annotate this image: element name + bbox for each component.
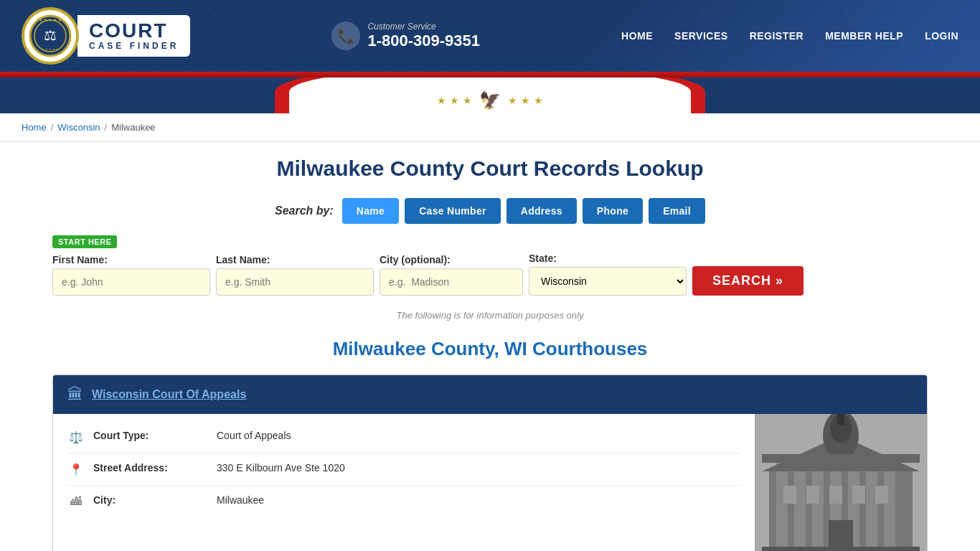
first-name-group: First Name: [52,254,210,296]
first-name-input[interactable] [52,268,210,296]
tab-phone[interactable]: Phone [583,198,643,224]
search-form: First Name: Last Name: City (optional): … [52,253,928,296]
location-icon: 📍 [67,463,85,476]
courthouse-header-0: 🏛 Wisconsin Court Of Appeals [53,375,927,414]
header-bottom-arc: ★ ★ ★ 🦅 ★ ★ ★ [0,77,980,113]
courthouse-card-0: 🏛 Wisconsin Court Of Appeals ⚖️ Court Ty… [52,375,928,551]
svg-rect-21 [806,486,819,504]
red-banner [0,72,980,77]
info-row-city: 🏙 City: Milwaukee [67,486,740,517]
courthouse-building-svg [755,414,927,551]
info-text: The following is for information purpose… [52,310,928,321]
page-title: Milwaukee County Court Records Lookup [52,156,928,181]
state-group: State: Wisconsin Alabama Alaska Arizona … [529,253,687,296]
star-right: ★ ★ ★ [508,95,543,106]
nav-home[interactable]: HOME [621,30,653,42]
svg-text:★ ★ ★ ★ ★: ★ ★ ★ ★ ★ [42,47,59,51]
city-field-label: City: [93,494,208,506]
courthouse-title-0[interactable]: Wisconsin Court Of Appeals [92,388,246,401]
city-field-value: Milwaukee [217,494,264,506]
court-type-value: Court of Appeals [217,430,291,441]
tab-name[interactable]: Name [342,198,399,224]
last-name-label: Last Name: [216,254,374,265]
court-type-label: Court Type: [93,430,208,441]
breadcrumb-sep-2: / [105,122,108,133]
svg-rect-24 [875,486,888,504]
tab-case-number[interactable]: Case Number [405,198,501,224]
svg-rect-25 [829,520,853,550]
phone-icon: 📞 [331,22,360,50]
breadcrumb-current: Milwaukee [111,122,155,133]
tab-email[interactable]: Email [649,198,705,224]
courthouse-body-0: ⚖️ Court Type: Court of Appeals 📍 Street… [53,414,927,551]
svg-rect-17 [837,414,844,425]
logo-badge: ★ ★ ★ ★ ★ ⚖ ★ ★ ★ ★ ★ [22,7,79,65]
info-row-court-type: ⚖️ Court Type: Court of Appeals [67,421,740,453]
svg-rect-20 [783,486,796,504]
svg-rect-26 [762,454,920,463]
logo-area: ★ ★ ★ ★ ★ ⚖ ★ ★ ★ ★ ★ COURT CASE FINDER [22,7,190,65]
breadcrumb-wisconsin[interactable]: Wisconsin [57,122,100,133]
search-button[interactable]: SEARCH » [692,266,804,296]
state-label: State: [529,253,687,264]
street-address-value: 330 E Kilbourn Ave Ste 1020 [217,462,345,474]
star-1: ★ [437,95,446,106]
phone-number: 1-800-309-9351 [367,32,480,50]
svg-text:★ ★ ★ ★ ★: ★ ★ ★ ★ ★ [39,18,62,22]
city-icon: 🏙 [67,495,85,508]
courthouses-title: Milwaukee County, WI Courthouses [52,338,928,360]
city-group: City (optional): [380,254,523,296]
nav-login[interactable]: LOGIN [925,30,958,42]
scales-icon: ⚖️ [67,430,85,444]
eagle-area: ★ ★ ★ 🦅 ★ ★ ★ [437,90,543,110]
breadcrumb-home[interactable]: Home [22,122,47,133]
state-select[interactable]: Wisconsin Alabama Alaska Arizona Arkansa… [529,267,687,296]
star-left: ★ ★ ★ [437,95,472,106]
city-label: City (optional): [380,254,523,265]
street-address-label: Street Address: [93,462,208,474]
svg-rect-23 [852,486,865,504]
breadcrumb-sep-1: / [51,122,54,133]
svg-rect-22 [829,486,842,504]
star-6: ★ [534,95,543,106]
header: ★ ★ ★ ★ ★ ⚖ ★ ★ ★ ★ ★ COURT CASE FINDER … [0,0,980,72]
tab-address[interactable]: Address [507,198,577,224]
customer-service-label: Customer Service [367,22,480,32]
courthouse-image [755,414,927,551]
breadcrumb: Home / Wisconsin / Milwaukee [0,113,980,142]
first-name-label: First Name: [52,254,210,265]
logo-case-finder-label: CASE FINDER [89,41,179,51]
search-by-row: Search by: Name Case Number Address Phon… [52,198,928,224]
logo-svg: ★ ★ ★ ★ ★ ⚖ ★ ★ ★ ★ ★ [29,14,72,57]
last-name-group: Last Name: [216,254,374,296]
nav-services[interactable]: SERVICES [674,30,728,42]
star-2: ★ [450,95,459,106]
courthouse-info-0: ⚖️ Court Type: Court of Appeals 📍 Street… [53,414,755,551]
search-by-label: Search by: [275,204,334,217]
start-here-badge: START HERE [52,235,117,248]
main-nav: HOME SERVICES REGISTER MEMBER HELP LOGIN [621,30,958,42]
nav-register[interactable]: REGISTER [750,30,804,42]
logo-court-label: COURT [89,21,179,41]
svg-text:⚖: ⚖ [44,27,57,43]
phone-info: Customer Service 1-800-309-9351 [367,22,480,50]
city-input[interactable] [380,268,523,296]
last-name-input[interactable] [216,268,374,296]
info-row-address: 📍 Street Address: 330 E Kilbourn Ave Ste… [67,453,740,486]
star-3: ★ [463,95,472,106]
star-4: ★ [508,95,517,106]
eagle-icon: 🦅 [479,90,501,110]
logo-text: COURT CASE FINDER [77,15,190,57]
nav-member-help[interactable]: MEMBER HELP [825,30,903,42]
star-5: ★ [521,95,530,106]
courthouse-building-icon: 🏛 [67,385,83,404]
phone-area: 📞 Customer Service 1-800-309-9351 [331,22,480,50]
main-content: Milwaukee County Court Records Lookup Se… [24,142,956,551]
